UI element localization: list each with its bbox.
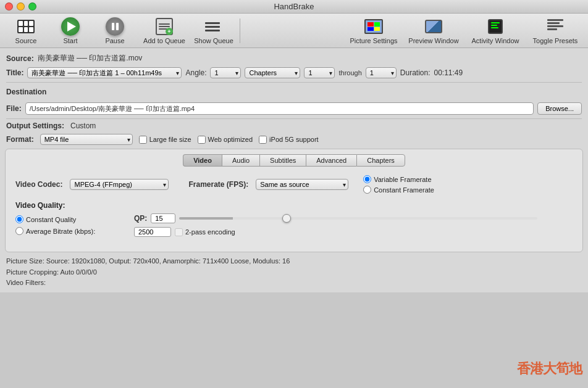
picture-settings-button[interactable]: Picture Settings — [346, 15, 401, 47]
minimize-button[interactable] — [17, 2, 25, 10]
preview-window-label: Preview Window — [408, 37, 458, 44]
qp-row: QP: — [134, 213, 537, 223]
chapter-to-select[interactable]: 1 — [366, 67, 397, 78]
source-value: 南美豪華遊 ── 印加古道篇.mov — [38, 53, 143, 64]
picture-cropping-status: Picture Cropping: Auto 0/0/0/0 — [6, 267, 582, 278]
browse-button[interactable]: Browse... — [537, 102, 582, 115]
start-icon — [61, 17, 80, 36]
add-queue-label: Add to Queue — [143, 37, 185, 44]
web-optimized-checkbox[interactable] — [198, 136, 206, 144]
format-select[interactable]: MP4 file — [40, 134, 133, 145]
chapter-from-wrapper: 1 — [304, 67, 335, 78]
variable-framerate-label[interactable]: Variable Framerate — [363, 175, 434, 183]
twopass-label[interactable]: 2-pass encoding — [175, 228, 235, 236]
title-label: Title: — [6, 68, 23, 77]
video-quality-section: Video Quality: Constant Quality Average … — [15, 201, 573, 237]
quality-slider[interactable] — [179, 217, 537, 220]
destination-label: Destination — [6, 88, 46, 96]
through-label: through — [338, 69, 361, 76]
angle-label: Angle: — [185, 68, 206, 77]
toolbar-right: Picture Settings Preview Window Activity… — [346, 15, 583, 47]
qp-input[interactable] — [151, 213, 175, 223]
title-select[interactable]: 南美豪華遊 ── 印加古道篇 1 – 00h11m49s — [27, 67, 182, 78]
web-optimized-label: Web optimized — [208, 136, 253, 143]
toggle-presets-button[interactable]: Toggle Presets — [527, 15, 583, 47]
preview-window-button[interactable]: Preview Window — [404, 15, 463, 47]
chapter-to-wrapper: 1 — [366, 67, 397, 78]
close-button[interactable] — [5, 2, 13, 10]
destination-header: Destination — [6, 85, 582, 99]
divider-1 — [6, 82, 582, 83]
output-preset: Custom — [70, 122, 96, 130]
bitrate-row: 2-pass encoding — [134, 227, 537, 237]
pause-button[interactable]: Pause — [94, 15, 136, 47]
framerate-type-group: Variable Framerate Constant Framerate — [363, 175, 434, 194]
source-label: Source: — [6, 54, 34, 63]
constant-framerate-label[interactable]: Constant Framerate — [363, 186, 434, 194]
file-input[interactable] — [25, 102, 534, 115]
add-queue-button[interactable]: + Add to Queue — [138, 15, 190, 47]
large-file-checkbox-label[interactable]: Large file size — [139, 136, 191, 144]
tab-advanced[interactable]: Advanced — [306, 154, 356, 167]
file-row: File: Browse... — [6, 102, 582, 115]
constant-quality-text: Constant Quality — [26, 216, 76, 223]
chapters-select-wrapper: Chapters — [245, 67, 300, 78]
chapter-from-select[interactable]: 1 — [304, 67, 335, 78]
large-file-checkbox[interactable] — [139, 136, 147, 144]
quality-slider-container — [179, 217, 537, 220]
preview-window-icon — [424, 17, 443, 36]
constant-quality-radio[interactable] — [15, 215, 23, 223]
twopass-checkbox[interactable] — [175, 228, 183, 236]
angle-select[interactable]: 1 — [210, 67, 241, 78]
constant-quality-radio-label[interactable]: Constant Quality — [15, 215, 127, 223]
twopass-text: 2-pass encoding — [185, 228, 235, 236]
framerate-label: Framerate (FPS): — [188, 180, 248, 189]
add-queue-icon: + — [154, 17, 174, 36]
picture-settings-icon — [364, 17, 384, 36]
toolbar: Source Start Pause — [0, 14, 588, 48]
maximize-button[interactable] — [28, 2, 36, 10]
codec-label: Video Codec: — [15, 180, 62, 189]
quality-radio-group: Constant Quality Average Bitrate (kbps): — [15, 215, 127, 235]
picture-size-status: Picture Size: Source: 1920x1080, Output:… — [6, 256, 582, 267]
window-controls — [5, 2, 36, 10]
source-label: Source — [15, 37, 37, 44]
picture-settings-label: Picture Settings — [350, 37, 397, 44]
variable-framerate-text: Variable Framerate — [374, 176, 431, 183]
activity-window-button[interactable]: Activity Window — [466, 15, 525, 47]
show-queue-button[interactable]: Show Queue — [193, 15, 235, 47]
codec-framerate-row: Video Codec: MPEG-4 (FFmpeg) Framerate (… — [15, 175, 573, 194]
codec-select-wrapper: MPEG-4 (FFmpeg) — [70, 179, 169, 190]
ipod-checkbox[interactable] — [259, 136, 267, 144]
tab-subtitles[interactable]: Subtitles — [259, 154, 306, 167]
watermark: 香港大筍地 — [517, 360, 582, 378]
source-button[interactable]: Source — [5, 15, 47, 47]
average-bitrate-radio[interactable] — [15, 227, 23, 235]
video-tab-content: Video Codec: MPEG-4 (FFmpeg) Framerate (… — [10, 173, 578, 247]
titlebar: HandBrake — [0, 0, 588, 14]
chapters-type-select[interactable]: Chapters — [245, 67, 300, 78]
title-row: Title: 南美豪華遊 ── 印加古道篇 1 – 00h11m49s Angl… — [6, 67, 582, 78]
output-settings-label: Output Settings: — [6, 122, 64, 130]
quality-label: Video Quality: — [15, 201, 573, 210]
bitrate-input[interactable] — [134, 227, 171, 237]
ipod-checkbox-label[interactable]: iPod 5G support — [259, 136, 319, 144]
large-file-label: Large file size — [149, 136, 191, 143]
web-optimized-checkbox-label[interactable]: Web optimized — [198, 136, 253, 144]
toggle-presets-icon — [545, 17, 565, 36]
codec-select[interactable]: MPEG-4 (FFmpeg) — [70, 179, 169, 190]
app-title: HandBrake — [274, 2, 314, 11]
average-bitrate-radio-label[interactable]: Average Bitrate (kbps): — [15, 227, 127, 235]
tabs: Video Audio Subtitles Advanced Chapters — [10, 154, 578, 167]
output-settings-row: Output Settings: Custom — [6, 122, 582, 130]
output-format-row: Format: MP4 file Large file size Web opt… — [6, 134, 582, 145]
duration-value: 00:11:49 — [434, 68, 463, 77]
tab-audio[interactable]: Audio — [222, 154, 259, 167]
constant-framerate-radio[interactable] — [363, 186, 371, 194]
source-row: Source: 南美豪華遊 ── 印加古道篇.mov — [6, 53, 582, 64]
variable-framerate-radio[interactable] — [363, 175, 371, 183]
tab-video[interactable]: Video — [183, 154, 222, 167]
tab-chapters[interactable]: Chapters — [356, 154, 405, 167]
framerate-select[interactable]: Same as source — [256, 179, 348, 190]
start-button[interactable]: Start — [49, 15, 91, 47]
